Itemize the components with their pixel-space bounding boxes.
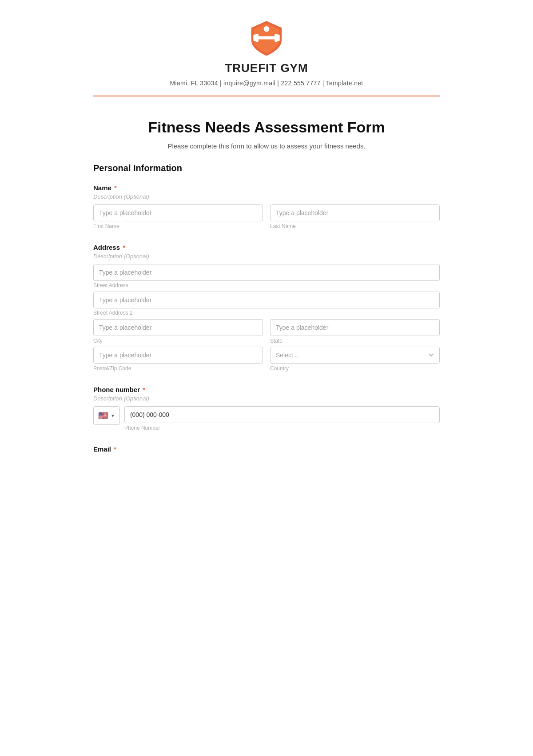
gym-name: TRUEFIT GYM xyxy=(225,61,308,75)
first-name-input[interactable] xyxy=(93,204,263,221)
city-sublabel: City xyxy=(93,338,263,344)
email-required-marker: * xyxy=(112,445,116,453)
phone-label: Phone number * xyxy=(93,386,440,393)
city-state-row: City State xyxy=(93,319,440,344)
phone-number-input[interactable] xyxy=(124,406,440,423)
gym-logo-icon xyxy=(247,18,286,58)
street-address-input[interactable] xyxy=(93,264,440,281)
state-input[interactable] xyxy=(270,319,440,336)
phone-number-sublabel: Phone Number xyxy=(124,425,440,431)
chevron-down-icon: ▼ xyxy=(111,413,115,418)
svg-rect-1 xyxy=(255,34,259,42)
country-col: Select... United States Canada United Ki… xyxy=(270,347,440,372)
phone-field-group: Phone number * Description (Optional) 🇺🇸… xyxy=(93,386,440,431)
street-address-sublabel: Street Address xyxy=(93,282,128,288)
street-address2-row: Street Address 2 xyxy=(93,292,440,316)
email-label: Email * xyxy=(93,445,440,453)
postal-country-row: Postal/Zip Code Select... United States … xyxy=(93,347,440,372)
first-name-sublabel: First Name xyxy=(93,223,263,229)
phone-row: 🇺🇸 ▼ Phone Number xyxy=(93,406,440,431)
state-col: State xyxy=(270,319,440,344)
svg-rect-4 xyxy=(277,35,279,41)
last-name-col: Last Name xyxy=(270,204,440,229)
contact-info: Miami, FL 33034 | inquire@gym.mail | 222… xyxy=(93,80,440,87)
phone-description: Description (Optional) xyxy=(93,395,440,402)
address-label: Address * xyxy=(93,244,440,251)
svg-rect-3 xyxy=(253,35,255,41)
street-address2-input[interactable] xyxy=(93,292,440,308)
phone-required-marker: * xyxy=(141,386,145,393)
street-address2-sublabel: Street Address 2 xyxy=(93,310,133,316)
page-wrapper: TRUEFIT GYM Miami, FL 33034 | inquire@gy… xyxy=(67,0,466,503)
postal-sublabel: Postal/Zip Code xyxy=(93,365,263,372)
email-field-group: Email * xyxy=(93,445,440,453)
name-inputs-row: First Name Last Name xyxy=(93,204,440,229)
country-code-selector[interactable]: 🇺🇸 ▼ xyxy=(93,406,120,425)
last-name-input[interactable] xyxy=(270,204,440,221)
address-description: Description (Optional) xyxy=(93,253,440,260)
logo-container: TRUEFIT GYM xyxy=(93,18,440,75)
svg-point-5 xyxy=(264,26,270,32)
svg-rect-2 xyxy=(274,34,278,42)
postal-input[interactable] xyxy=(93,347,263,364)
city-col: City xyxy=(93,319,263,344)
country-select[interactable]: Select... United States Canada United Ki… xyxy=(270,347,440,364)
name-required-marker: * xyxy=(112,184,117,192)
name-label: Name * xyxy=(93,184,440,192)
form-title: Fitness Needs Assessment Form xyxy=(93,119,440,136)
state-sublabel: State xyxy=(270,338,440,344)
country-sublabel: Country xyxy=(270,365,440,372)
last-name-sublabel: Last Name xyxy=(270,223,440,229)
svg-rect-0 xyxy=(257,36,276,39)
name-field-group: Name * Description (Optional) First Name… xyxy=(93,184,440,229)
postal-col: Postal/Zip Code xyxy=(93,347,263,372)
flag-icon: 🇺🇸 xyxy=(98,411,108,420)
section-title-personal: Personal Information xyxy=(93,163,440,173)
form-title-section: Fitness Needs Assessment Form Please com… xyxy=(93,119,440,150)
first-name-col: First Name xyxy=(93,204,263,229)
city-input[interactable] xyxy=(93,319,263,336)
phone-input-wrapper: Phone Number xyxy=(124,406,440,431)
personal-information-section: Personal Information Name * Description … xyxy=(93,163,440,453)
form-subtitle: Please complete this form to allow us to… xyxy=(93,142,440,150)
street-address-row: Street Address xyxy=(93,264,440,289)
address-required-marker: * xyxy=(121,244,125,251)
header: TRUEFIT GYM Miami, FL 33034 | inquire@gy… xyxy=(93,18,440,96)
address-field-group: Address * Description (Optional) Street … xyxy=(93,244,440,372)
name-description: Description (Optional) xyxy=(93,193,440,200)
